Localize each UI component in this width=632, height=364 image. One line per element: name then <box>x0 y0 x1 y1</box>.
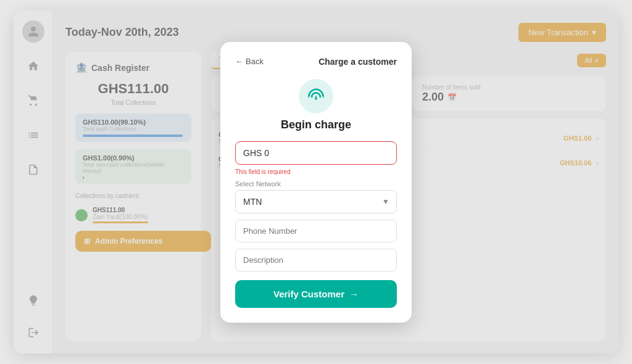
back-button[interactable]: ← Back <box>235 57 264 66</box>
modal-title: Charge a customer <box>318 57 397 67</box>
charge-customer-modal: ← Back Charge a customer <box>220 42 412 323</box>
modal-heading: Begin charge <box>235 118 397 131</box>
network-label: Select Network <box>235 180 397 188</box>
amount-input-wrap <box>235 141 397 165</box>
description-input[interactable] <box>235 249 397 271</box>
amount-input[interactable] <box>235 141 397 165</box>
nfc-icon-circle <box>299 79 333 114</box>
svg-point-0 <box>315 97 317 99</box>
modal-icon-wrap <box>235 79 397 114</box>
phone-input[interactable] <box>235 220 397 242</box>
error-message: This field is required <box>235 168 397 175</box>
verify-customer-button[interactable]: Verify Customer → <box>235 280 397 308</box>
modal-overlay: ← Back Charge a customer <box>14 10 618 354</box>
network-select-wrap: MTN Vodafone AirtelTigo ▼ <box>235 190 397 213</box>
network-select[interactable]: MTN Vodafone AirtelTigo <box>235 190 397 213</box>
modal-header: ← Back Charge a customer <box>235 57 397 67</box>
